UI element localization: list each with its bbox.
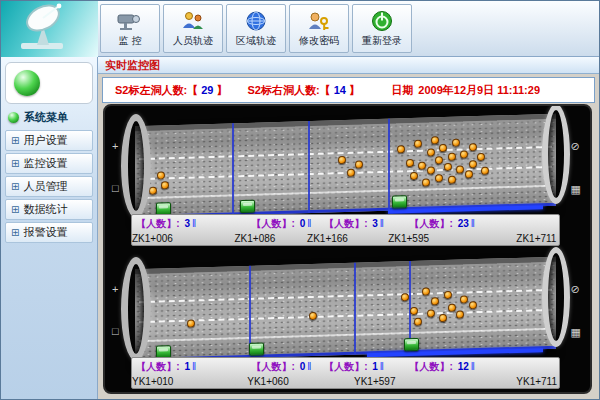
toolbar-button-area-track[interactable]: 区域轨迹 xyxy=(226,4,286,53)
person-dot xyxy=(427,166,435,174)
count-value: 12 xyxy=(455,361,469,372)
person-dot xyxy=(418,162,426,170)
reader-device-icon xyxy=(404,338,419,351)
person-dot xyxy=(460,295,468,303)
lane-dash-line xyxy=(139,289,552,303)
tick-mark: ‖ xyxy=(192,218,196,229)
left-tunnel-zk-road xyxy=(135,114,556,218)
person-dot xyxy=(397,145,405,153)
person-dot xyxy=(161,181,169,189)
people-track-icon xyxy=(180,9,206,33)
person-dot xyxy=(338,156,346,164)
panel-control-icon[interactable]: ▦ xyxy=(571,183,581,196)
sidebar-item-data-statistics[interactable]: ⊞数据统计 xyxy=(5,199,93,220)
date-value: 2009年12月9日 11:11:29 xyxy=(418,84,540,96)
lane-dash-line xyxy=(139,166,552,180)
toolbar-button-change-password[interactable]: 修改密码 xyxy=(289,4,349,53)
toolbar-button-person-track[interactable]: 人员轨迹 xyxy=(163,4,223,53)
reader-device-icon xyxy=(240,200,255,213)
count-value: 0 xyxy=(297,218,305,229)
person-dot xyxy=(481,166,489,174)
tab-realtime-monitor[interactable]: 实时监控图 xyxy=(98,57,599,74)
sidebar-item-monitor-settings[interactable]: ⊞监控设置 xyxy=(5,153,93,174)
toolbar-button-label: 人员轨迹 xyxy=(173,34,213,48)
count-label: 【人数】: xyxy=(410,218,453,229)
count-value: 1 xyxy=(369,361,377,372)
person-dot xyxy=(435,175,443,183)
person-dot xyxy=(431,297,439,305)
person-dot xyxy=(149,186,157,194)
section-count: 【人数】: 1‖ xyxy=(324,360,384,374)
person-dot xyxy=(347,169,355,177)
toolbar-button-monitor[interactable]: 监 控 xyxy=(100,4,160,53)
person-dot xyxy=(410,307,418,315)
station-label: ZK1+086 xyxy=(234,233,275,244)
panel-control-icon[interactable]: ▦ xyxy=(571,326,581,339)
datetime-display: 日期2009年12月9日 11:11:29 xyxy=(391,83,540,98)
count-label: 【人数】: xyxy=(410,361,453,372)
panel-control-icon[interactable]: □ xyxy=(112,182,119,194)
sidebar-item-personnel-management[interactable]: ⊞人员管理 xyxy=(5,176,93,197)
section-divider-line xyxy=(354,263,356,355)
person-dot xyxy=(448,152,456,160)
person-dot xyxy=(435,156,443,164)
section-count: 【人数】: 1‖ xyxy=(136,360,196,374)
section-count: 【人数】: 23‖ xyxy=(410,217,475,231)
person-dot xyxy=(427,148,435,156)
person-dot xyxy=(431,136,439,144)
status-text: 】 xyxy=(216,84,227,96)
green-orb-icon xyxy=(8,112,19,123)
panel-control-icon[interactable]: + xyxy=(112,283,119,295)
count-value: 3 xyxy=(369,218,377,229)
section-divider-line xyxy=(308,121,310,213)
toolbar-button-relogin[interactable]: 重新登录 xyxy=(352,4,412,53)
reader-device-icon xyxy=(392,195,407,208)
green-orb-icon xyxy=(14,70,40,96)
menu-title-label: 系统菜单 xyxy=(24,110,68,125)
panel-control-icon[interactable]: ⊘ xyxy=(571,283,581,296)
sidebar-item-user-settings[interactable]: ⊞用户设置 xyxy=(5,130,93,151)
app-window: 监 控人员轨迹区域轨迹修改密码重新登录 系统菜单 ⊞用户设置⊞监控设置⊞人员管理… xyxy=(0,0,600,400)
panel-control-icon[interactable]: ⊘ xyxy=(571,140,581,153)
station-label: ZK1+595 xyxy=(388,233,429,244)
panel-control-icon[interactable]: + xyxy=(112,140,119,152)
power-icon xyxy=(369,9,395,33)
date-label: 日期 xyxy=(391,84,413,96)
person-dot xyxy=(465,170,473,178)
tick-mark: ‖ xyxy=(380,361,384,372)
lane-solid-line xyxy=(139,327,552,341)
toolbar-button-label: 修改密码 xyxy=(299,34,339,48)
tunnel-portal-right xyxy=(542,247,570,347)
count-label: 【人数】: xyxy=(136,361,179,372)
panel-control-icon[interactable]: □ xyxy=(112,325,119,337)
right-tunnel-yk-view: 【人数】: 1‖【人数】: 0‖【人数】: 1‖【人数】: 12‖YK1+010… xyxy=(105,249,590,392)
panel-controls-right: ⊘▦ xyxy=(571,283,581,339)
sidebar-item-alarm-settings[interactable]: ⊞报警设置 xyxy=(5,222,93,243)
expand-box-icon: ⊞ xyxy=(11,159,19,169)
tunnel-portal-left xyxy=(121,114,151,218)
status-text: 】 xyxy=(349,84,360,96)
app-logo xyxy=(1,1,98,58)
person-dot xyxy=(448,176,456,184)
count-label: 【人数】: xyxy=(324,218,367,229)
person-dot xyxy=(414,318,422,326)
person-dot xyxy=(456,166,464,174)
person-dot xyxy=(187,320,195,328)
tab-label: 实时监控图 xyxy=(105,58,160,73)
monitor-panel: 【人数】: 3‖【人数】: 0‖【人数】: 3‖【人数】: 23‖ZK1+006… xyxy=(103,104,592,394)
panel-controls-left: +□ xyxy=(112,140,119,194)
sidebar: 系统菜单 ⊞用户设置⊞监控设置⊞人员管理⊞数据统计⊞报警设置 xyxy=(1,57,98,399)
main-area: 实时监控图 S2标左洞人数:【 29 】 S2标右洞人数:【 14 】 日期20… xyxy=(98,57,599,399)
sidebar-item-label: 报警设置 xyxy=(23,225,67,240)
sidebar-item-label: 监控设置 xyxy=(23,156,67,171)
right-tunnel-total: S2标右洞人数:【 14 】 xyxy=(247,83,359,98)
active-section-line xyxy=(388,205,544,214)
tunnel-portal-left xyxy=(121,257,151,361)
panel-controls-left: +□ xyxy=(112,283,119,337)
section-divider-line xyxy=(388,119,390,211)
tick-mark: ‖ xyxy=(380,218,384,229)
person-dot xyxy=(444,163,452,171)
person-dot xyxy=(422,288,430,296)
tunnel-portal-right xyxy=(542,104,570,204)
station-label: YK1+060 xyxy=(247,376,288,387)
